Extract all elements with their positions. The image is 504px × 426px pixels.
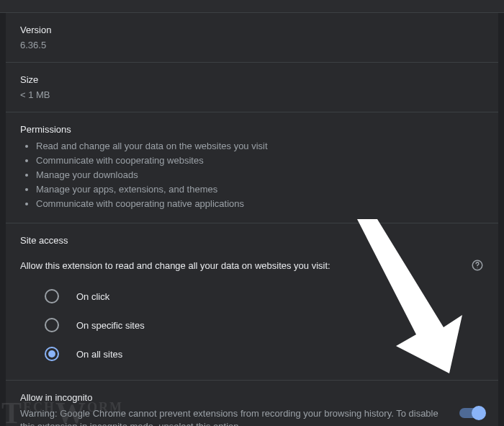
version-section: Version 6.36.5 bbox=[6, 13, 498, 63]
permission-item: Read and change all your data on the web… bbox=[36, 139, 484, 154]
site-access-option-specific-sites[interactable]: On specific sites bbox=[20, 311, 484, 340]
radio-label: On specific sites bbox=[76, 320, 145, 331]
permissions-section: Permissions Read and change all your dat… bbox=[6, 112, 498, 223]
site-access-option-all-sites[interactable]: On all sites bbox=[20, 340, 484, 368]
permission-item: Manage your downloads bbox=[36, 168, 484, 182]
radio-icon bbox=[45, 347, 59, 361]
help-icon[interactable] bbox=[471, 259, 484, 272]
permissions-label: Permissions bbox=[20, 124, 484, 135]
window-topbar bbox=[0, 0, 504, 13]
allow-incognito-toggle[interactable] bbox=[459, 408, 484, 418]
permissions-list: Read and change all your data on the web… bbox=[20, 139, 484, 211]
permission-item: Communicate with cooperating websites bbox=[36, 154, 484, 168]
svg-point-1 bbox=[477, 267, 477, 268]
radio-label: On all sites bbox=[76, 349, 122, 360]
site-access-section: Site access Allow this extension to read… bbox=[6, 223, 498, 381]
site-access-label: Site access bbox=[20, 235, 484, 246]
radio-label: On click bbox=[76, 291, 109, 302]
version-value: 6.36.5 bbox=[20, 40, 484, 50]
toggle-knob-icon bbox=[472, 406, 486, 420]
size-label: Size bbox=[20, 74, 484, 85]
permission-item: Manage your apps, extensions, and themes bbox=[36, 182, 484, 197]
radio-icon bbox=[45, 289, 59, 303]
site-access-description: Allow this extension to read and change … bbox=[20, 260, 330, 271]
watermark-text: TECHWORM bbox=[0, 396, 123, 426]
size-value: < 1 MB bbox=[20, 89, 484, 100]
version-label: Version bbox=[20, 25, 484, 35]
size-section: Size < 1 MB bbox=[6, 63, 498, 112]
permission-item: Communicate with cooperating native appl… bbox=[36, 197, 484, 211]
site-access-option-on-click[interactable]: On click bbox=[20, 282, 484, 311]
extension-details-panel: Version 6.36.5 Size < 1 MB Permissions R… bbox=[6, 13, 498, 426]
radio-icon bbox=[45, 318, 59, 332]
